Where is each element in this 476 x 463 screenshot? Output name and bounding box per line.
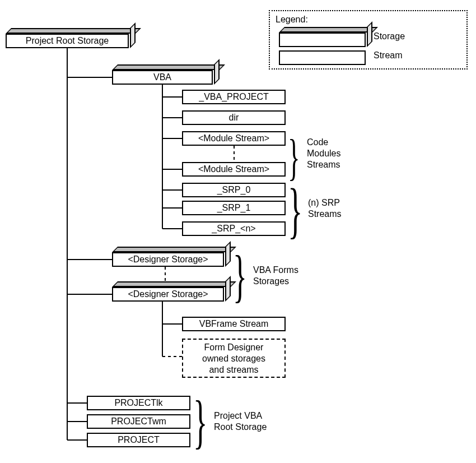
storage-project-root: Project Root Storage	[6, 34, 129, 48]
stream-projectwm-label: PROJECTwm	[111, 416, 166, 426]
stream-srp-0-label: _SRP_0	[217, 185, 251, 195]
brace-code-modules-icon: }	[288, 132, 300, 183]
brace-designers-label: VBA Forms Storages	[253, 265, 298, 287]
legend-storage-label: Storage	[374, 31, 405, 41]
legend-storage-icon	[279, 33, 366, 47]
legend: Legend: Storage Stream	[269, 10, 468, 70]
stream-srp-n-label: _SRP_<n>	[212, 224, 255, 233]
legend-title: Legend:	[276, 15, 461, 25]
box-form-designer-owned: Form Designer owned storages and streams	[182, 339, 286, 378]
storage-designer-2-label: <Designer Storage>	[128, 289, 208, 299]
stream-dir-label: dir	[229, 113, 239, 122]
brace-srp-icon: }	[288, 179, 302, 241]
stream-module-2-label: <Module Stream>	[198, 164, 269, 174]
stream-srp-0: _SRP_0	[182, 183, 286, 197]
stream-module-1-label: <Module Stream>	[198, 133, 269, 143]
stream-srp-1: _SRP_1	[182, 201, 286, 215]
stream-project-label: PROJECT	[118, 435, 160, 445]
stream-module-2: <Module Stream>	[182, 162, 286, 177]
stream-projectlk: PROJECTlk	[87, 396, 190, 410]
legend-stream-label: Stream	[374, 50, 403, 61]
stream-vba-project-label: _VBA_PROJECT	[199, 92, 268, 101]
stream-vbframe: VBFrame Stream	[182, 317, 286, 331]
stream-dir: dir	[182, 110, 286, 125]
storage-project-root-label: Project Root Storage	[26, 36, 109, 45]
stream-srp-n: _SRP_<n>	[182, 221, 286, 236]
stream-module-1: <Module Stream>	[182, 131, 286, 146]
stream-projectwm: PROJECTwm	[87, 414, 190, 429]
brace-code-modules-label: Code Modules Streams	[307, 137, 340, 170]
storage-vba: VBA	[112, 70, 213, 85]
brace-root-streams-label: Project VBA Root Storage	[214, 410, 267, 433]
brace-designers-icon: }	[233, 247, 247, 305]
storage-designer-1-label: <Designer Storage>	[128, 254, 208, 264]
stream-project: PROJECT	[87, 433, 190, 447]
storage-designer-1: <Designer Storage>	[112, 252, 224, 267]
storage-vba-label: VBA	[153, 72, 171, 82]
brace-root-streams-icon: }	[193, 392, 207, 452]
stream-projectlk-label: PROJECTlk	[114, 398, 162, 408]
storage-designer-2: <Designer Storage>	[112, 287, 224, 302]
legend-stream-icon	[279, 50, 366, 65]
stream-vbframe-label: VBFrame Stream	[199, 319, 269, 328]
stream-srp-1-label: _SRP_1	[217, 203, 251, 212]
stream-vba-project: _VBA_PROJECT	[182, 90, 286, 104]
brace-srp-label: (n) SRP Streams	[308, 197, 342, 220]
